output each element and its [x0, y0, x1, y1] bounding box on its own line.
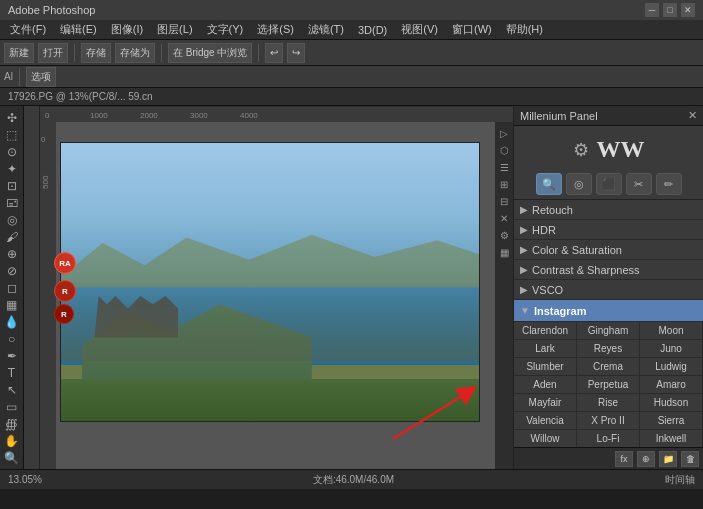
menu-edit[interactable]: 编辑(E)	[54, 20, 103, 39]
menu-filter[interactable]: 滤镜(T)	[302, 20, 350, 39]
canvas-tool-1[interactable]: ▷	[497, 126, 511, 140]
info-bar: 17926.PG @ 13%(PC/8/... 59.cn	[0, 88, 703, 106]
toolbar-browse[interactable]: 在 Bridge 中浏览	[168, 43, 252, 63]
tool-zoom[interactable]: 🔍	[2, 450, 22, 465]
tool-path-select[interactable]: ↖	[2, 382, 22, 397]
menu-image[interactable]: 图像(I)	[105, 20, 149, 39]
filter-lofi[interactable]: Lo-Fi	[577, 430, 640, 447]
toolbar-save[interactable]: 存储	[81, 43, 111, 63]
toolbar-open[interactable]: 打开	[38, 43, 68, 63]
filter-grid: Clarendon Gingham Moon Lark Reyes Juno S…	[514, 322, 703, 447]
filter-sierra[interactable]: Sierra	[640, 412, 703, 430]
menu-file[interactable]: 文件(F)	[4, 20, 52, 39]
tool-brush[interactable]: 🖌	[2, 229, 22, 244]
filter-hudson[interactable]: Hudson	[640, 394, 703, 412]
section-instagram-arrow: ▼	[520, 305, 530, 316]
maximize-button[interactable]: □	[663, 3, 677, 17]
toolbar-label: Al	[4, 71, 13, 82]
tool-marquee[interactable]: ⬚	[2, 127, 22, 142]
svg-text:0: 0	[45, 111, 50, 120]
tool-dodge[interactable]: ○	[2, 331, 22, 346]
tool-shape[interactable]: ▭	[2, 399, 22, 414]
section-vsco[interactable]: ▶ VSCO	[514, 280, 703, 300]
tool-eyedropper[interactable]: 🖃	[2, 195, 22, 210]
section-color-label: Color & Saturation	[532, 244, 622, 256]
section-hdr[interactable]: ▶ HDR	[514, 220, 703, 240]
panel-bottom-trash[interactable]: 🗑	[681, 451, 699, 467]
filter-moon[interactable]: Moon	[640, 322, 703, 340]
filter-ludwig[interactable]: Ludwig	[640, 358, 703, 376]
tool-move[interactable]: ✣	[2, 110, 22, 125]
filter-valencia[interactable]: Valencia	[514, 412, 577, 430]
section-color-saturation[interactable]: ▶ Color & Saturation	[514, 240, 703, 260]
section-contrast-sharpness[interactable]: ▶ Contrast & Sharpness	[514, 260, 703, 280]
filter-perpetua[interactable]: Perpetua	[577, 376, 640, 394]
ruler-left	[24, 106, 40, 469]
panel-circle-btn[interactable]: ◎	[566, 173, 592, 195]
tool-hand[interactable]: ✋	[2, 433, 22, 448]
canvas-tool-8[interactable]: ▦	[497, 245, 511, 259]
toolbar-new[interactable]: 新建	[4, 43, 34, 63]
tool-clone[interactable]: ⊕	[2, 246, 22, 261]
tool-eraser[interactable]: ◻	[2, 280, 22, 295]
tool-blur[interactable]: 💧	[2, 314, 22, 329]
menu-bar: 文件(F) 编辑(E) 图像(I) 图层(L) 文字(Y) 选择(S) 滤镜(T…	[0, 20, 703, 40]
tool-spot-heal[interactable]: ◎	[2, 212, 22, 227]
menu-select[interactable]: 选择(S)	[251, 20, 300, 39]
menu-view[interactable]: 视图(V)	[395, 20, 444, 39]
panel-bottom-layer[interactable]: ⊕	[637, 451, 655, 467]
tool-history[interactable]: ⊘	[2, 263, 22, 278]
filter-reyes[interactable]: Reyes	[577, 340, 640, 358]
filter-gingham[interactable]: Gingham	[577, 322, 640, 340]
close-button[interactable]: ✕	[681, 3, 695, 17]
filter-xpro2[interactable]: X Pro II	[577, 412, 640, 430]
tool-text[interactable]: T	[2, 365, 22, 380]
menu-text[interactable]: 文字(Y)	[201, 20, 250, 39]
panel-scissors-btn[interactable]: ✂	[626, 173, 652, 195]
filter-inkwell[interactable]: Inkwell	[640, 430, 703, 447]
menu-window[interactable]: 窗口(W)	[446, 20, 498, 39]
panel-bottom-fx[interactable]: fx	[615, 451, 633, 467]
canvas-area: 0 1000 2000 3000 4000 0 500	[24, 106, 513, 469]
filter-lark[interactable]: Lark	[514, 340, 577, 358]
toolbar-undo[interactable]: ↩	[265, 43, 283, 63]
panel-bottom-folder[interactable]: 📁	[659, 451, 677, 467]
canvas-tool-6[interactable]: ✕	[497, 211, 511, 225]
filter-mayfair[interactable]: Mayfair	[514, 394, 577, 412]
menu-layer[interactable]: 图层(L)	[151, 20, 198, 39]
tool-lasso[interactable]: ⊙	[2, 144, 22, 159]
filter-juno[interactable]: Juno	[640, 340, 703, 358]
minimize-button[interactable]: ─	[645, 3, 659, 17]
filter-willow[interactable]: Willow	[514, 430, 577, 447]
filter-crema[interactable]: Crema	[577, 358, 640, 376]
panel-square-btn[interactable]: ⬛	[596, 173, 622, 195]
section-instagram[interactable]: ▼ Instagram	[514, 300, 703, 322]
canvas-tool-2[interactable]: ⬡	[497, 143, 511, 157]
toolbar-saveas[interactable]: 存储为	[115, 43, 155, 63]
svg-text:4000: 4000	[240, 111, 258, 120]
filter-clarendon[interactable]: Clarendon	[514, 322, 577, 340]
toolbar-redo[interactable]: ↪	[287, 43, 305, 63]
section-retouch[interactable]: ▶ Retouch	[514, 200, 703, 220]
tool-3d[interactable]: ∰	[2, 416, 22, 431]
filter-slumber[interactable]: Slumber	[514, 358, 577, 376]
filter-aden[interactable]: Aden	[514, 376, 577, 394]
menu-3d[interactable]: 3D(D)	[352, 22, 393, 38]
filter-amaro[interactable]: Amaro	[640, 376, 703, 394]
panel-close-button[interactable]: ✕	[688, 109, 697, 122]
canvas-tool-3[interactable]: ☰	[497, 160, 511, 174]
toolbar-options-btn[interactable]: 选项	[26, 67, 56, 87]
panel-search-btn[interactable]: 🔍	[536, 173, 562, 195]
canvas-tool-5[interactable]: ⊟	[497, 194, 511, 208]
filter-rise[interactable]: Rise	[577, 394, 640, 412]
menu-help[interactable]: 帮助(H)	[500, 20, 549, 39]
canvas-tool-4[interactable]: ⊞	[497, 177, 511, 191]
tool-pen[interactable]: ✒	[2, 348, 22, 363]
tool-gradient[interactable]: ▦	[2, 297, 22, 312]
svg-rect-0	[40, 106, 513, 122]
zoom-level: 13.05%	[8, 474, 42, 485]
tool-magic-wand[interactable]: ✦	[2, 161, 22, 176]
tool-crop[interactable]: ⊡	[2, 178, 22, 193]
panel-pencil-btn[interactable]: ✏	[656, 173, 682, 195]
canvas-tool-7[interactable]: ⚙	[497, 228, 511, 242]
